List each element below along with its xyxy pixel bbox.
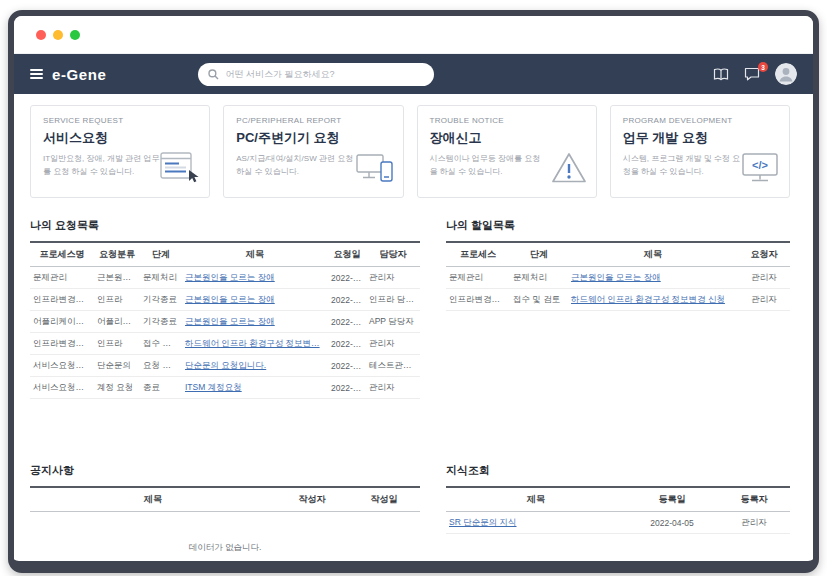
cell-process: 서비스요청관리	[30, 377, 94, 399]
program-dev-icon: </>	[740, 153, 780, 188]
quick-action-cards: SERVICE REQUEST 서비스요청 IT일반요청, 장애, 개발 관련 …	[30, 105, 790, 198]
cell-category: 단순문의	[94, 355, 140, 377]
column-header: 작성일	[348, 487, 420, 512]
cell-category: 계정 요청	[94, 377, 140, 399]
table-row: 서비스요청관리 단순문의 요청 접수 단순문의 요청입니다. 2022-0… 테…	[30, 355, 420, 377]
cell-date: 2022-0…	[328, 289, 366, 311]
window-zoom-button[interactable]	[70, 30, 80, 40]
card-trouble-notice[interactable]: TROUBLE NOTICE 장애신고 시스템이나 업무등 장애를 요청을 하실…	[417, 105, 597, 198]
card-title: 서비스요청	[43, 129, 197, 147]
cell-process: 문제관리	[446, 267, 510, 289]
search-input[interactable]	[225, 69, 424, 79]
cell-process: 문제관리	[30, 267, 94, 289]
todo-title-link[interactable]: 근본원인을 모르는 장애	[571, 272, 661, 282]
main-content: SERVICE REQUEST 서비스요청 IT일반요청, 장애, 개발 관련 …	[14, 94, 813, 564]
cell-stage: 문제처리	[140, 267, 182, 289]
request-title-link[interactable]: ITSM 계정요청	[185, 382, 242, 392]
cell-process: 서비스요청관리	[30, 355, 94, 377]
column-header: 작성자	[276, 487, 348, 512]
person-icon	[775, 63, 797, 85]
cell-process: 인프라변경관리	[30, 289, 94, 311]
cell-process: 어플리케이션…	[30, 311, 94, 333]
column-header: 프로세스명	[30, 242, 94, 267]
cell-manager: 인프라 담당자	[366, 289, 420, 311]
card-title: 업무 개발 요청	[623, 129, 777, 147]
manual-icon[interactable]	[713, 68, 729, 81]
cell-category: 인프라	[94, 333, 140, 355]
empty-data-message: 데이터가 없습니다.	[30, 512, 420, 564]
cell-date: 2022-0…	[328, 311, 366, 333]
app-header: e-Gene 3	[14, 54, 813, 94]
request-title-link[interactable]: 하드웨어 인프라 환경구성 정보변…	[185, 338, 320, 348]
column-header: 프로세스	[446, 242, 510, 267]
pc-report-icon	[356, 154, 394, 188]
card-eyebrow: PROGRAM DEVELOPMENT	[623, 116, 777, 125]
cell-stage: 문제처리	[510, 267, 568, 289]
table-row: 문제관리 문제처리 근본원인을 모르는 장애 관리자	[446, 267, 790, 289]
table-header-row: 프로세스 단계 제목 요청자	[446, 242, 790, 267]
cell-manager: 관리자	[366, 333, 420, 355]
table-row: 인프라변경관리 인프라 기각종료 근본원인을 모르는 장애 2022-0… 인프…	[30, 289, 420, 311]
logo-area: e-Gene	[30, 66, 106, 83]
cell-date: 2022-0…	[328, 355, 366, 377]
column-header: 요청분류	[94, 242, 140, 267]
service-request-icon	[160, 152, 200, 188]
search-icon	[208, 69, 219, 80]
my-requests-table: 프로세스명 요청분류 단계 제목 요청일 담당자 문제관리 근본원인… 문제처리	[30, 241, 420, 399]
avatar[interactable]	[775, 63, 797, 85]
chat-icon[interactable]: 3	[744, 67, 760, 81]
my-todos-table: 프로세스 단계 제목 요청자 문제관리 문제처리 근본원인을 모르는 장애 관리…	[446, 241, 790, 311]
card-program-development[interactable]: PROGRAM DEVELOPMENT 업무 개발 요청 시스템, 프로그램 개…	[610, 105, 790, 198]
column-header: 등록자	[718, 487, 790, 512]
card-pc-report[interactable]: PC/PERIPHERAL REPORT PC/주변기기 요청 AS/지급/대여…	[223, 105, 403, 198]
cell-process: 인프라변경관리	[446, 289, 510, 311]
column-header: 제목	[30, 487, 276, 512]
notification-badge: 3	[758, 62, 768, 72]
card-service-request[interactable]: SERVICE REQUEST 서비스요청 IT일반요청, 장애, 개발 관련 …	[30, 105, 210, 198]
app-logo: e-Gene	[52, 66, 106, 83]
window-minimize-button[interactable]	[53, 30, 63, 40]
table-row: 문제관리 근본원인… 문제처리 근본원인을 모르는 장애 2022-0… 관리자	[30, 267, 420, 289]
request-title-link[interactable]: 근본원인을 모르는 장애	[185, 272, 275, 282]
cell-date: 2022-0…	[328, 267, 366, 289]
cell-manager: 관리자	[366, 377, 420, 399]
table-row: 인프라변경관리 인프라 접수 및 … 하드웨어 인프라 환경구성 정보변… 20…	[30, 333, 420, 355]
todo-title-link[interactable]: 하드웨어 인프라 환경구성 정보변경 신청	[571, 294, 725, 304]
table-header-row: 프로세스명 요청분류 단계 제목 요청일 담당자	[30, 242, 420, 267]
cell-requester: 관리자	[738, 267, 790, 289]
column-header: 등록일	[626, 487, 718, 512]
card-title: PC/주변기기 요청	[236, 129, 390, 147]
cell-stage: 종료	[140, 377, 182, 399]
card-title: 장애신고	[430, 129, 584, 147]
request-title-link[interactable]: 단순문의 요청입니다.	[185, 360, 266, 370]
table-header-row: 제목 등록일 등록자	[446, 487, 790, 512]
my-todos-section: 나의 할일목록 프로세스 단계 제목 요청자 문제관리	[446, 218, 790, 399]
trouble-notice-icon	[551, 152, 587, 188]
cell-stage: 접수 및 …	[140, 333, 182, 355]
column-header: 단계	[510, 242, 568, 267]
column-header: 단계	[140, 242, 182, 267]
table-row: 인프라변경관리 접수 및 검토 하드웨어 인프라 환경구성 정보변경 신청 관리…	[446, 289, 790, 311]
cell-title: ITSM 계정요청	[182, 377, 328, 399]
cell-stage: 접수 및 검토	[510, 289, 568, 311]
column-header: 제목	[182, 242, 328, 267]
cell-title: 하드웨어 인프라 환경구성 정보변경 신청	[568, 289, 738, 311]
request-title-link[interactable]: 근본원인을 모르는 장애	[185, 294, 275, 304]
column-header: 요청일	[328, 242, 366, 267]
section-title-knowledge: 지식조회	[446, 463, 790, 478]
cell-manager: 테스트관리자,APP 담당자…	[366, 355, 420, 377]
knowledge-section: 지식조회 제목 등록일 등록자 SR 단순문의 지식 2022-04-05	[446, 463, 790, 564]
cell-manager: 관리자	[366, 267, 420, 289]
cell-title: 근본원인을 모르는 장애	[182, 267, 328, 289]
cell-process: 인프라변경관리	[30, 333, 94, 355]
search-bar[interactable]	[198, 63, 434, 86]
cell-date: 2022-0…	[328, 377, 366, 399]
knowledge-title-link[interactable]: SR 단순문의 지식	[449, 517, 517, 527]
cell-title: 근본원인을 모르는 장애	[182, 311, 328, 333]
request-title-link[interactable]: 근본원인을 모르는 장애	[185, 316, 275, 326]
cell-author: 관리자	[718, 512, 790, 534]
section-title-my-requests: 나의 요청목록	[30, 218, 420, 233]
menu-icon[interactable]	[30, 67, 43, 81]
window-close-button[interactable]	[36, 30, 46, 40]
table-row: 서비스요청관리 계정 요청 종료 ITSM 계정요청 2022-0… 관리자	[30, 377, 420, 399]
